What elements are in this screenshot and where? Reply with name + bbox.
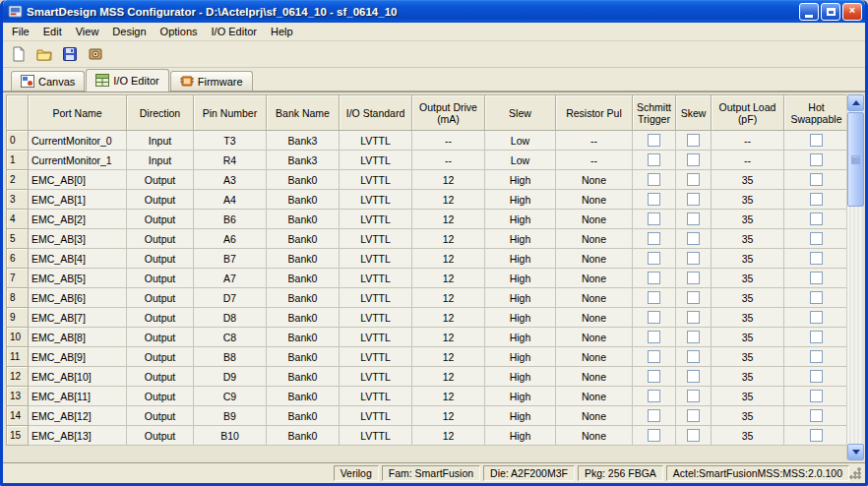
cell-bank[interactable]: Bank3 <box>267 151 340 170</box>
hot-checkbox[interactable] <box>810 272 823 284</box>
cell-hot[interactable] <box>784 308 849 328</box>
tab-canvas[interactable]: Canvas <box>11 71 85 91</box>
cell-pin[interactable]: D7 <box>194 288 267 308</box>
cell-slew[interactable]: High <box>485 347 556 367</box>
scroll-down-button[interactable] <box>847 444 864 460</box>
row-index-cell[interactable]: 12 <box>7 367 29 387</box>
cell-port[interactable]: EMC_AB[9] <box>29 347 127 367</box>
cell-direction[interactable]: Output <box>127 190 194 210</box>
cell-skew[interactable] <box>676 229 712 249</box>
cell-slew[interactable]: High <box>485 269 556 288</box>
cell-drive[interactable]: -- <box>412 131 485 151</box>
cell-skew[interactable] <box>676 387 712 406</box>
cell-hot[interactable] <box>784 387 849 406</box>
cell-schmitt[interactable] <box>633 131 676 151</box>
cell-load[interactable]: 35 <box>712 269 784 288</box>
menu-file[interactable]: File <box>5 24 36 39</box>
cell-schmitt[interactable] <box>633 229 676 249</box>
close-button[interactable]: × <box>842 3 862 21</box>
cell-slew[interactable]: High <box>485 288 556 308</box>
cell-direction[interactable]: Output <box>127 170 194 190</box>
cell-port[interactable]: CurrentMonitor_1 <box>29 151 127 170</box>
cell-schmitt[interactable] <box>633 288 676 308</box>
schmitt-checkbox[interactable] <box>648 350 660 363</box>
cell-pin[interactable]: B9 <box>194 406 267 426</box>
cell-pin[interactable]: B8 <box>194 347 267 367</box>
cell-standard[interactable]: LVTTL <box>340 406 412 426</box>
cell-bank[interactable]: Bank3 <box>267 131 340 151</box>
cell-bank[interactable]: Bank0 <box>267 328 340 347</box>
row-index-cell[interactable]: 5 <box>7 229 29 249</box>
cell-drive[interactable]: 12 <box>412 249 485 269</box>
cell-load[interactable]: 35 <box>712 210 784 229</box>
cell-hot[interactable] <box>784 170 849 190</box>
cell-port[interactable]: EMC_AB[7] <box>29 308 127 328</box>
cell-hot[interactable] <box>784 426 849 446</box>
cell-standard[interactable]: LVTTL <box>340 426 412 446</box>
cell-schmitt[interactable] <box>633 170 676 190</box>
vertical-scrollbar[interactable] <box>846 94 863 460</box>
cell-pin[interactable]: A4 <box>194 190 267 210</box>
cell-resistor[interactable]: None <box>556 249 633 269</box>
row-index-cell[interactable]: 15 <box>7 426 29 446</box>
cell-direction[interactable]: Output <box>127 387 194 406</box>
row-index-cell[interactable]: 14 <box>7 406 29 426</box>
cell-slew[interactable]: High <box>485 170 556 190</box>
cell-load[interactable]: 35 <box>712 387 784 406</box>
resize-grip[interactable] <box>849 467 861 479</box>
cell-bank[interactable]: Bank0 <box>267 308 340 328</box>
cell-schmitt[interactable] <box>633 387 676 406</box>
cell-schmitt[interactable] <box>633 269 676 288</box>
cell-port[interactable]: EMC_AB[13] <box>29 426 127 446</box>
cell-drive[interactable]: 12 <box>412 308 485 328</box>
cell-drive[interactable]: -- <box>412 151 485 170</box>
cell-port[interactable]: EMC_AB[10] <box>29 367 127 387</box>
schmitt-checkbox[interactable] <box>648 291 660 304</box>
hot-checkbox[interactable] <box>810 252 823 265</box>
cell-hot[interactable] <box>784 249 849 269</box>
menu-options[interactable]: Options <box>154 24 205 39</box>
skew-checkbox[interactable] <box>687 390 700 402</box>
cell-load[interactable]: 35 <box>712 229 784 249</box>
cell-standard[interactable]: LVTTL <box>340 308 412 328</box>
cell-bank[interactable]: Bank0 <box>267 426 340 446</box>
cell-load[interactable]: 35 <box>712 170 784 190</box>
schmitt-checkbox[interactable] <box>648 311 660 324</box>
cell-bank[interactable]: Bank0 <box>267 367 340 387</box>
cell-resistor[interactable]: None <box>556 190 633 210</box>
scroll-up-button[interactable] <box>847 94 864 111</box>
cell-skew[interactable] <box>676 131 712 151</box>
cell-standard[interactable]: LVTTL <box>340 210 412 229</box>
cell-resistor[interactable]: None <box>556 288 633 308</box>
hot-checkbox[interactable] <box>810 390 823 402</box>
hot-checkbox[interactable] <box>810 193 823 206</box>
cell-load[interactable]: 35 <box>712 328 784 347</box>
cell-standard[interactable]: LVTTL <box>340 367 412 387</box>
schmitt-checkbox[interactable] <box>648 153 660 166</box>
cell-skew[interactable] <box>676 151 712 170</box>
row-index-cell[interactable]: 1 <box>7 151 29 170</box>
cell-direction[interactable]: Input <box>127 151 194 170</box>
scrollbar-thumb[interactable] <box>847 112 864 207</box>
hot-checkbox[interactable] <box>810 291 823 304</box>
cell-direction[interactable]: Output <box>127 249 194 269</box>
cell-standard[interactable]: LVTTL <box>340 347 412 367</box>
cell-bank[interactable]: Bank0 <box>267 229 340 249</box>
row-index-cell[interactable]: 11 <box>7 347 29 367</box>
row-index-cell[interactable]: 8 <box>7 288 29 308</box>
cell-drive[interactable]: 12 <box>412 269 485 288</box>
cell-slew[interactable]: High <box>485 406 556 426</box>
row-index-cell[interactable]: 0 <box>7 131 29 151</box>
cell-load[interactable]: 35 <box>712 190 784 210</box>
cell-direction[interactable]: Output <box>127 210 194 229</box>
cell-drive[interactable]: 12 <box>412 328 485 347</box>
hot-checkbox[interactable] <box>810 429 823 442</box>
cell-load[interactable]: 35 <box>712 249 784 269</box>
cell-schmitt[interactable] <box>633 249 676 269</box>
cell-port[interactable]: EMC_AB[0] <box>29 170 127 190</box>
cell-slew[interactable]: High <box>485 367 556 387</box>
cell-drive[interactable]: 12 <box>412 288 485 308</box>
cell-bank[interactable]: Bank0 <box>267 249 340 269</box>
schmitt-checkbox[interactable] <box>648 390 660 402</box>
cell-schmitt[interactable] <box>633 426 676 446</box>
